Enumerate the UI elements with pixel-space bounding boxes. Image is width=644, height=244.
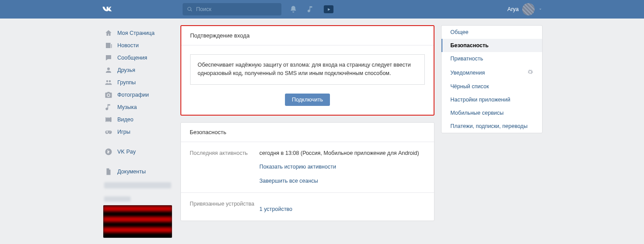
sidebar-item-friends[interactable]: Друзья (101, 64, 174, 76)
settings-tab-label: Безопасность (450, 42, 489, 49)
sidebar-item-video[interactable]: Видео (101, 113, 174, 126)
sidebar-item-label: Музыка (117, 104, 137, 110)
sidebar-item-music[interactable]: Музыка (101, 101, 174, 113)
confirmation-description: Обеспечивает надёжную защиту от взлома: … (190, 54, 425, 85)
photos-icon (104, 91, 113, 99)
settings-tab-label: Уведомления (450, 70, 485, 76)
left-sidebar: Моя СтраницаНовостиСообщенияДрузьяГруппы… (101, 25, 174, 238)
vk-logo[interactable] (101, 6, 114, 13)
chevron-down-icon (538, 7, 543, 11)
settings-tab[interactable]: Общее (442, 26, 542, 39)
card-title: Подтверждение входа (181, 26, 434, 45)
settings-tab-label: Общее (450, 29, 468, 35)
sidebar-item-label: Сообщения (117, 55, 147, 61)
user-name: Arya (507, 6, 519, 12)
sidebar-blurred-item (104, 182, 171, 188)
gear-icon[interactable] (527, 69, 533, 76)
security-card: Безопасность Последняя активность сегодн… (180, 122, 434, 221)
video-icon (104, 116, 113, 124)
last-activity-value: сегодня в 13:08 (Россия, Мобильное прило… (259, 150, 419, 156)
settings-tab[interactable]: Настройки приложений (442, 93, 542, 106)
sidebar-item-label: Новости (117, 42, 139, 49)
settings-tab-label: Чёрный список (450, 83, 489, 90)
sidebar-item-label: Игры (117, 129, 130, 135)
sidebar-item-pay[interactable]: VK Pay (101, 146, 174, 158)
devices-link[interactable]: 1 устройство (259, 205, 425, 214)
sidebar-item-label: Документы (117, 169, 146, 175)
news-icon (104, 41, 113, 49)
music-icon (104, 103, 113, 111)
end-all-sessions-link[interactable]: Завершить все сеансы (259, 177, 425, 185)
settings-nav: ОбщееБезопасностьПриватностьУведомленияЧ… (441, 25, 543, 133)
sidebar-item-photos[interactable]: Фотографии (101, 89, 174, 101)
search-icon (187, 6, 193, 12)
enable-2fa-button[interactable]: Подключить (285, 94, 330, 106)
sidebar-item-label: Фотографии (117, 92, 149, 98)
home-icon (104, 29, 113, 37)
pay-icon (104, 148, 113, 156)
devices-label: Привязанные устройства (190, 200, 259, 214)
video-player-icon[interactable] (324, 5, 333, 13)
docs-icon (104, 168, 113, 176)
sidebar-item-news[interactable]: Новости (101, 39, 174, 52)
search-input[interactable] (196, 6, 277, 12)
sidebar-item-docs[interactable]: Документы (101, 165, 174, 178)
settings-tab[interactable]: Уведомления (442, 65, 542, 80)
search-box[interactable] (183, 3, 281, 15)
settings-tab[interactable]: Безопасность (442, 39, 542, 52)
settings-tab-label: Приватность (450, 56, 483, 62)
sidebar-item-label: Видео (117, 116, 134, 123)
settings-tab-label: Настройки приложений (450, 97, 510, 103)
notifications-icon[interactable] (289, 5, 297, 13)
settings-tab[interactable]: Мобильные сервисы (442, 106, 542, 120)
settings-tab[interactable]: Приватность (442, 52, 542, 65)
user-menu[interactable]: Arya (507, 3, 543, 15)
music-icon[interactable] (307, 5, 315, 13)
friends-icon (104, 66, 113, 74)
games-icon (104, 128, 113, 136)
login-confirmation-card: Подтверждение входа Обеспечивает надёжну… (180, 25, 434, 116)
show-activity-history-link[interactable]: Показать историю активности (259, 163, 425, 171)
settings-tab-label: Платежи, подписки, переводы (450, 123, 528, 129)
sidebar-item-label: Моя Страница (117, 30, 154, 36)
sidebar-item-groups[interactable]: Группы (101, 76, 174, 89)
groups-icon (104, 79, 113, 86)
messages-icon (104, 54, 113, 62)
sidebar-blurred-label (104, 196, 131, 202)
last-activity-label: Последняя активность (190, 149, 259, 185)
avatar (522, 3, 535, 15)
sidebar-item-games[interactable]: Игры (101, 126, 174, 138)
settings-tab[interactable]: Платежи, подписки, переводы (442, 120, 542, 133)
sidebar-item-label: Группы (117, 79, 136, 86)
sidebar-thumbnail[interactable] (103, 205, 172, 238)
settings-tab-label: Мобильные сервисы (450, 110, 504, 116)
card-title: Безопасность (181, 123, 434, 142)
sidebar-item-home[interactable]: Моя Страница (101, 27, 174, 39)
header-bar: Arya (0, 0, 644, 19)
settings-tab[interactable]: Чёрный список (442, 80, 542, 93)
sidebar-item-label: Друзья (117, 67, 135, 73)
sidebar-item-messages[interactable]: Сообщения (101, 52, 174, 64)
sidebar-item-label: VK Pay (117, 149, 136, 155)
